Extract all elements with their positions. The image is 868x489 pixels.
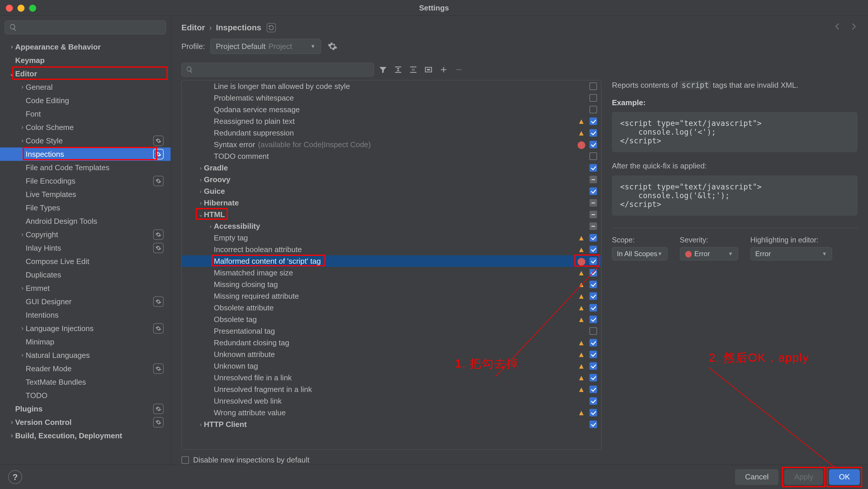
gear-icon[interactable] <box>153 323 164 334</box>
sidebar-item-android-design-tools[interactable]: Android Design Tools <box>0 215 170 228</box>
sidebar-item-reader-mode[interactable]: Reader Mode <box>0 362 170 376</box>
inspection-row[interactable]: Redundant suppression▲ <box>182 127 601 139</box>
sidebar-item-version-control[interactable]: ›Version Control <box>0 416 170 429</box>
inspection-checkbox[interactable] <box>589 362 597 370</box>
inspection-checkbox[interactable] <box>589 199 597 207</box>
inspection-checkbox[interactable] <box>589 153 597 160</box>
nav-forward-icon[interactable] <box>849 22 858 31</box>
inspection-row[interactable]: Empty tag▲ <box>182 232 601 243</box>
inspection-checkbox[interactable] <box>589 351 597 358</box>
inspection-checkbox[interactable] <box>589 316 597 323</box>
zoom-window-icon[interactable] <box>29 5 36 12</box>
inspection-row[interactable]: Incorrect boolean attribute▲ <box>182 243 601 255</box>
inspection-checkbox[interactable] <box>589 106 597 113</box>
gear-icon[interactable] <box>153 417 164 427</box>
inspection-row[interactable]: Unresolved fragment in a link▲ <box>182 384 601 395</box>
gear-icon[interactable] <box>153 229 164 240</box>
inspection-row[interactable]: Missing closing tag▲ <box>182 279 601 290</box>
inspection-row[interactable]: Unresolved file in a link▲ <box>182 372 601 384</box>
inspection-checkbox[interactable] <box>589 269 597 276</box>
ok-button[interactable]: OK <box>829 469 860 485</box>
inspection-checkbox[interactable] <box>589 339 597 347</box>
inspection-checkbox[interactable] <box>589 222 597 230</box>
sidebar-item-copyright[interactable]: ›Copyright <box>0 228 170 241</box>
inspection-row[interactable]: Line is longer than allowed by code styl… <box>182 80 601 92</box>
inspection-checkbox[interactable] <box>589 176 597 183</box>
disable-new-inspections-checkbox[interactable] <box>181 456 189 464</box>
gear-icon[interactable] <box>153 296 164 307</box>
sidebar-item-file-types[interactable]: File Types <box>0 201 170 215</box>
inspection-search-input[interactable] <box>181 63 374 77</box>
inspection-row[interactable]: ›Groovy <box>182 174 601 185</box>
sidebar-item-emmet[interactable]: ›Emmet <box>0 282 170 295</box>
breadcrumb-editor[interactable]: Editor <box>181 23 205 32</box>
reset-icon[interactable] <box>267 23 276 32</box>
sidebar-item-plugins[interactable]: Plugins <box>0 402 170 416</box>
inspection-checkbox[interactable] <box>589 292 597 300</box>
sidebar-item-intentions[interactable]: Intentions <box>0 308 170 322</box>
inspection-row[interactable]: Syntax error(available for Code|Inspect … <box>182 139 601 151</box>
inspection-checkbox[interactable] <box>589 397 597 405</box>
inspection-row[interactable]: ›HTTP Client <box>182 419 601 430</box>
inspection-checkbox[interactable] <box>589 187 597 195</box>
sidebar-item-language-injections[interactable]: ›Language Injections <box>0 322 170 335</box>
gear-icon[interactable] <box>153 176 164 186</box>
inspection-row[interactable]: Unknown tag▲ <box>182 360 601 372</box>
inspection-row[interactable]: ›Gradle <box>182 162 601 174</box>
breadcrumb-inspections[interactable]: Inspections <box>216 23 261 32</box>
highlighting-dropdown[interactable]: Error▼ <box>750 247 832 261</box>
sidebar-item-keymap[interactable]: Keymap <box>0 54 170 67</box>
inspection-row[interactable]: Presentational tag <box>182 325 601 337</box>
inspection-row[interactable]: ›Hibernate <box>182 197 601 209</box>
inspection-checkbox[interactable] <box>589 327 597 335</box>
reset-default-button[interactable] <box>424 65 433 75</box>
help-button[interactable]: ? <box>8 470 22 484</box>
profile-dropdown[interactable]: Project Default Project ▼ <box>210 39 321 54</box>
inspection-checkbox[interactable] <box>589 141 597 148</box>
sidebar-item-editor[interactable]: ⌄Editor <box>0 67 170 80</box>
inspection-checkbox[interactable] <box>589 83 597 90</box>
inspection-row[interactable]: Missing required attribute▲ <box>182 290 601 302</box>
sidebar-item-appearance-behavior[interactable]: ›Appearance & Behavior <box>0 40 170 54</box>
sidebar-item-code-style[interactable]: ›Code Style <box>0 134 170 148</box>
nav-back-icon[interactable] <box>834 22 842 31</box>
sidebar-search-input[interactable] <box>5 21 166 34</box>
inspection-checkbox[interactable] <box>589 211 597 218</box>
sidebar-item-build-execution-deployment[interactable]: ›Build, Execution, Deployment <box>0 429 170 443</box>
collapse-all-button[interactable] <box>408 65 418 75</box>
inspection-checkbox[interactable] <box>589 386 597 393</box>
add-button[interactable] <box>439 65 448 75</box>
profile-gear-button[interactable] <box>328 41 337 51</box>
inspection-checkbox[interactable] <box>589 164 597 172</box>
sidebar-item-gui-designer[interactable]: GUI Designer <box>0 295 170 308</box>
severity-dropdown[interactable]: ⬤Error▼ <box>680 247 738 261</box>
inspection-row[interactable]: Unknown attribute▲ <box>182 349 601 360</box>
inspection-row[interactable]: ›Guice <box>182 185 601 197</box>
sidebar-item-code-editing[interactable]: Code Editing <box>0 94 170 107</box>
sidebar-item-textmate-bundles[interactable]: TextMate Bundles <box>0 376 170 389</box>
gear-icon[interactable] <box>153 149 164 159</box>
inspections-tree[interactable]: Line is longer than allowed by code styl… <box>181 80 601 450</box>
sidebar-item-file-and-code-templates[interactable]: File and Code Templates <box>0 161 170 174</box>
inspection-row[interactable]: ⌄HTML <box>182 209 601 220</box>
apply-button[interactable]: Apply <box>784 469 823 485</box>
filter-button[interactable] <box>378 65 388 75</box>
inspection-row[interactable]: Problematic whitespace <box>182 92 601 104</box>
inspection-checkbox[interactable] <box>589 374 597 382</box>
sidebar-item-general[interactable]: ›General <box>0 80 170 94</box>
inspection-checkbox[interactable] <box>589 409 597 417</box>
inspection-row[interactable]: Qodana service message <box>182 104 601 116</box>
inspection-row[interactable]: Obsolete attribute▲ <box>182 302 601 314</box>
sidebar-item-inlay-hints[interactable]: Inlay Hints <box>0 241 170 255</box>
cancel-button[interactable]: Cancel <box>735 469 778 485</box>
close-window-icon[interactable] <box>6 5 13 12</box>
scope-dropdown[interactable]: In All Scopes▼ <box>612 247 668 261</box>
inspection-row[interactable]: Malformed content of 'script' tag⬤ <box>182 255 601 267</box>
sidebar-item-color-scheme[interactable]: ›Color Scheme <box>0 121 170 134</box>
inspection-row[interactable]: ›Accessibility <box>182 220 601 232</box>
inspection-checkbox[interactable] <box>589 118 597 125</box>
sidebar-item-duplicates[interactable]: Duplicates <box>0 268 170 282</box>
inspection-checkbox[interactable] <box>589 421 597 428</box>
gear-icon[interactable] <box>153 243 164 253</box>
remove-button[interactable] <box>454 65 464 75</box>
